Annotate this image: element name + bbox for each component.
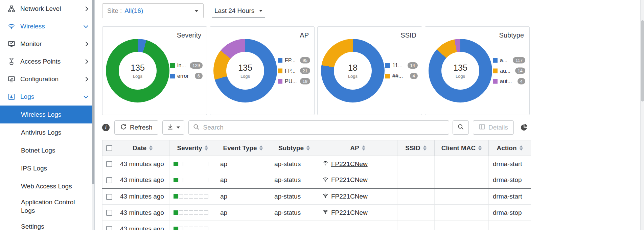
column-header-subtype[interactable]: Subtype bbox=[270, 140, 318, 156]
search-input[interactable] bbox=[203, 123, 445, 132]
time-range-dropdown[interactable]: Last 24 Hours bbox=[212, 4, 265, 18]
severity-level-bar bbox=[174, 162, 212, 166]
legend-item[interactable]: in... 129 bbox=[170, 62, 203, 69]
sidebar-item-label: Monitor bbox=[20, 40, 84, 48]
sidebar-item-configuration[interactable]: Configuration bbox=[0, 70, 94, 88]
ap-cell-wrap bbox=[318, 221, 397, 230]
column-header-label: Severity bbox=[177, 144, 202, 152]
chevron-down-icon bbox=[84, 93, 88, 98]
sidebar-subitem-label: Botnet Logs bbox=[21, 146, 55, 155]
legend-item[interactable]: a... 117 bbox=[493, 57, 525, 64]
date-cell: 43 minutes ago bbox=[116, 156, 169, 172]
wifi-icon bbox=[322, 176, 328, 184]
sort-icon bbox=[306, 145, 310, 151]
ap-link[interactable]: FP221CNew bbox=[322, 160, 393, 168]
row-select-cell bbox=[102, 156, 116, 172]
sidebar-item-settings[interactable]: Settings bbox=[0, 217, 94, 230]
select-all-checkbox[interactable] bbox=[106, 145, 112, 151]
column-header-ssid[interactable]: SSID bbox=[397, 140, 435, 156]
sidebar-item-ips-logs[interactable]: IPS Logs bbox=[0, 159, 94, 177]
column-header-ap[interactable]: AP bbox=[318, 140, 397, 156]
access-point-icon bbox=[7, 58, 16, 66]
download-icon bbox=[167, 123, 174, 132]
page-scrollbar[interactable] bbox=[640, 0, 644, 230]
ap-link[interactable]: FP221CNew bbox=[322, 176, 393, 184]
export-button[interactable] bbox=[162, 120, 184, 135]
refresh-button[interactable]: Refresh bbox=[114, 120, 158, 135]
sidebar-item-wireless-logs[interactable]: Wireless Logs bbox=[0, 106, 94, 123]
chart-panel-toggle-button[interactable] bbox=[517, 120, 531, 135]
legend-count-badge: 14 bbox=[408, 62, 418, 69]
date-cell: 43 minutes ago bbox=[116, 172, 169, 188]
search-submit-button[interactable] bbox=[453, 120, 469, 135]
table-row: 43 minutes ago ap ap-status FP221CNew dr… bbox=[102, 156, 531, 172]
legend-color-swatch bbox=[493, 79, 498, 84]
legend-item[interactable]: ##... 4 bbox=[385, 73, 418, 79]
sidebar-item-network-level[interactable]: Network Level bbox=[0, 0, 94, 18]
ap-link[interactable]: FP221CNew bbox=[322, 192, 393, 200]
chevron-right-icon bbox=[84, 6, 88, 11]
column-header-severity[interactable]: Severity bbox=[169, 140, 216, 156]
chart-title: SSID bbox=[400, 31, 416, 39]
sidebar-item-wireless[interactable]: Wireless bbox=[0, 18, 94, 35]
page-scrollbar-thumb[interactable] bbox=[641, 20, 644, 101]
sort-icon bbox=[362, 145, 365, 151]
event-type-cell bbox=[216, 221, 270, 230]
sidebar: Network Level Wireless Monitor Access Po… bbox=[0, 0, 95, 230]
ap-name: FP221CNew bbox=[331, 176, 368, 184]
donut-total-label: Logs bbox=[240, 74, 250, 79]
ap-link[interactable]: FP221CNew bbox=[322, 209, 393, 216]
details-button[interactable]: Details bbox=[473, 120, 514, 135]
legend-count-badge: 6 bbox=[195, 73, 203, 79]
main-content: Site : All(16) Last 24 Hours Severity 13… bbox=[95, 0, 644, 230]
wifi-icon bbox=[322, 192, 328, 200]
donut-center: 135 Logs bbox=[226, 52, 264, 90]
column-header-date[interactable]: Date bbox=[116, 140, 169, 156]
wifi-icon bbox=[7, 22, 16, 30]
legend-label: au... bbox=[500, 68, 513, 74]
severity-cell bbox=[169, 188, 216, 205]
donut-total-value: 135 bbox=[453, 63, 467, 73]
sort-icon bbox=[520, 145, 523, 151]
legend-item[interactable]: FP... 21 bbox=[278, 68, 310, 74]
legend-item[interactable]: au... 14 bbox=[493, 68, 525, 74]
sidebar-item-logs[interactable]: Logs bbox=[0, 88, 94, 106]
network-hierarchy-icon bbox=[7, 5, 16, 13]
sidebar-scrollbar-thumb[interactable] bbox=[92, 0, 94, 184]
legend-item[interactable]: PU... 19 bbox=[278, 78, 310, 85]
sort-icon bbox=[259, 145, 263, 151]
legend-item[interactable]: 11... 14 bbox=[385, 62, 418, 69]
row-checkbox[interactable] bbox=[106, 226, 112, 230]
info-icon[interactable]: i bbox=[102, 124, 110, 131]
column-header-event-type[interactable]: Event Type bbox=[216, 140, 270, 156]
row-checkbox[interactable] bbox=[106, 161, 112, 167]
row-checkbox[interactable] bbox=[106, 210, 112, 216]
column-header-client-mac[interactable]: Client MAC bbox=[435, 140, 489, 156]
sidebar-item-access-points[interactable]: Access Points bbox=[0, 53, 94, 70]
legend-item[interactable]: FP... 95 bbox=[278, 57, 310, 64]
ap-cell-wrap: FP221CNew bbox=[318, 172, 397, 188]
event-type-cell: ap bbox=[216, 172, 270, 188]
sidebar-item-monitor[interactable]: Monitor bbox=[0, 35, 94, 53]
severity-cell bbox=[169, 172, 216, 188]
chart-card-subtype: Subtype 135 Logs a... 117 au... 14 aut..… bbox=[425, 26, 530, 115]
sidebar-scrollbar[interactable] bbox=[92, 0, 94, 230]
row-checkbox[interactable] bbox=[106, 177, 112, 183]
legend-item[interactable]: aut... 4 bbox=[493, 78, 525, 85]
legend-color-swatch bbox=[170, 63, 175, 68]
sidebar-item-application-control-logs[interactable]: Application Control Logs bbox=[0, 195, 94, 217]
pie-chart-icon bbox=[520, 123, 528, 132]
client-mac-cell bbox=[435, 221, 489, 230]
site-filter-dropdown[interactable]: Site : All(16) bbox=[102, 3, 204, 18]
chart-cards: Severity 135 Logs in... 129 error 6 AP 1… bbox=[102, 26, 531, 115]
column-header-action[interactable]: Action bbox=[489, 140, 531, 156]
sidebar-item-antivirus-logs[interactable]: Antivirus Logs bbox=[0, 123, 94, 141]
severity-level-bar bbox=[174, 210, 212, 215]
refresh-icon bbox=[120, 123, 127, 132]
row-checkbox[interactable] bbox=[106, 194, 112, 200]
sidebar-item-web-access-logs[interactable]: Web Access Logs bbox=[0, 177, 94, 195]
chevron-down-icon bbox=[84, 23, 88, 28]
ap-cell-wrap: FP221CNew bbox=[318, 156, 397, 172]
sidebar-item-botnet-logs[interactable]: Botnet Logs bbox=[0, 141, 94, 159]
legend-item[interactable]: error 6 bbox=[170, 73, 203, 79]
